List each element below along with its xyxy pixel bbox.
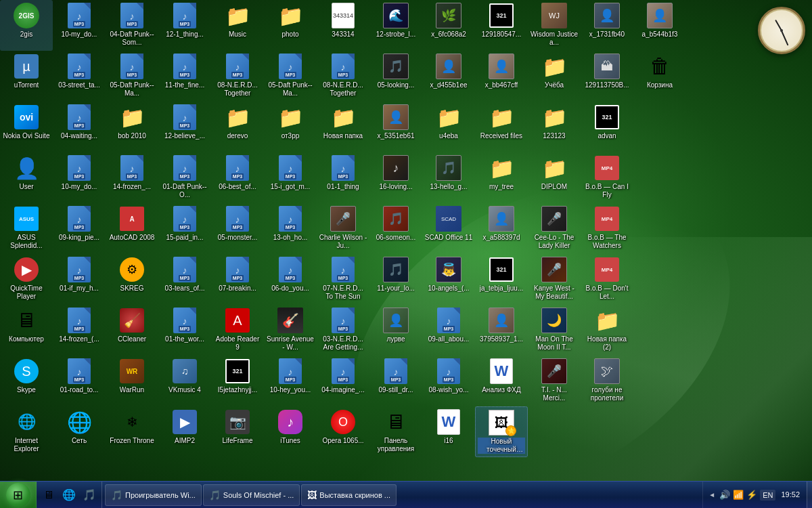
icon-mp3-imagine[interactable]: MP3♪ 04-imagine_... <box>317 356 369 406</box>
icon-mp3-wish-yo[interactable]: MP3♪ 08-wish_yo... <box>422 356 475 406</box>
icon-mp3-king[interactable]: MP3♪ 09-king_pie... <box>53 203 106 254</box>
icon-photo-tl[interactable]: 🎤 T.I. - N... Merci... <box>528 356 581 406</box>
icon-photo-x5351[interactable]: 👤 x_5351eb61 <box>369 102 422 152</box>
icon-photo-loving[interactable]: ♪ 16-loving... <box>369 152 422 203</box>
icon-mp3-nerd-are[interactable]: MP3♪ 03-N.E.R.D... Are Getting... <box>317 305 369 356</box>
icon-mp3-1-thing[interactable]: MP3♪ 01-1_thing <box>317 152 369 203</box>
icon-mp3-if[interactable]: MP3♪ 01-if_my_h... <box>53 254 106 305</box>
icon-photo-angels[interactable]: 👼 10-angels_(... <box>422 254 475 305</box>
icon-mp3-all-about[interactable]: MP3♪ 09-all_abou... <box>422 305 475 356</box>
icon-img-scad[interactable]: SCAD SCAD Office 11 <box>422 203 475 254</box>
icon-ovi[interactable]: ovi Nokia Ovi Suite <box>0 102 53 152</box>
icon-folder-sunrise[interactable]: 🎸 Sunrise Avenue - W... <box>264 305 317 356</box>
icon-mp3-street[interactable]: MP3♪ 03-street_ta... <box>53 51 106 102</box>
icon-skype[interactable]: S Skype <box>0 356 53 406</box>
icon-mp3-daft-ma2[interactable]: MP3♪ 05-Daft Punk--Ma... <box>264 51 317 102</box>
icon-video-bob-watch[interactable]: MP4 B.o.B — The Watchers <box>581 203 633 254</box>
icon-mp3-paid[interactable]: MP3♪ 15-paid_in... <box>158 203 211 254</box>
icon-photo-d455[interactable]: 👤 x_d455b1ee <box>422 51 475 102</box>
start-button[interactable]: ⊞ <box>0 482 37 509</box>
icon-folder-nova2[interactable]: 📁 Новая папка (2) <box>581 305 633 356</box>
icon-frozen-throne[interactable]: ❄ Frozen Throne <box>106 406 158 457</box>
icon-photo-someone[interactable]: 🎵 06-someon... <box>369 203 422 254</box>
icon-photo-lyrve[interactable]: 👤 лурве <box>369 305 422 356</box>
tray-volume-icon[interactable]: 📶 <box>733 490 744 500</box>
icon-mp3-do-you[interactable]: MP3♪ 06-do_you... <box>264 254 317 305</box>
icon-mp3-oh-ho[interactable]: MP3♪ 13-oh_ho... <box>264 203 317 254</box>
icon-autocad[interactable]: A AutoCAD 2008 <box>106 203 158 254</box>
icon-utorrent[interactable]: µ uTorrent <box>0 51 53 102</box>
icon-photo-ceelo[interactable]: 🎤 Cee-Lo - The Lady Killer <box>528 203 581 254</box>
icon-photo-bb467[interactable]: 👤 x_bb467cff <box>475 51 528 102</box>
icon-mp3-nerd-sun[interactable]: MP3♪ 07-N.E.R.D... To The Sun <box>317 254 369 305</box>
tray-clock[interactable]: 19:52 <box>778 490 803 499</box>
icon-folder-bob2010[interactable]: 📁 bob 2010 <box>106 102 158 152</box>
icon-mp3-believe[interactable]: MP3♪ 12-believe_... <box>158 102 211 152</box>
icon-mp3-daft-som[interactable]: MP3♪ 04-Daft Punk--Som... <box>106 0 158 51</box>
icon-mp3-my-do[interactable]: MP3♪ 10-my_do... <box>53 0 106 51</box>
icon-mp3-the-wor[interactable]: MP3♪ 01-the_wor... <box>158 305 211 356</box>
icon-photo-moon[interactable]: 🌙 Man On The Moon II T... <box>528 305 581 356</box>
icon-video-bob-dont[interactable]: MP4 B.o.B — Don't Let... <box>581 254 633 305</box>
icon-video-bob-can[interactable]: MP4 B.o.B — Can I Fly <box>581 152 633 203</box>
icon-photo-ab544[interactable]: 👤 a_b544b1f3 <box>633 0 686 51</box>
icon-photo-kanye[interactable]: 🎤 Kanye West - My Beautif... <box>528 254 581 305</box>
icon-mp3-my-do2[interactable]: MP3♪ 10-my_do... <box>53 152 106 203</box>
icon-user[interactable]: 👤 User <box>0 152 53 203</box>
icon-folder-ot3rp[interactable]: 📁 от3рр <box>264 102 317 152</box>
icon-folder-ucheba[interactable]: 📁 Учёба <box>528 51 581 102</box>
icon-folder-my-tree[interactable]: 📁 my_tree <box>475 152 528 203</box>
icon-folder-wisdom[interactable]: WJ Wisdom Justice a... <box>528 0 581 51</box>
icon-folder-diplom[interactable]: 📁 DIPLOM <box>528 152 581 203</box>
icon-photo-your-lo[interactable]: 🎵 11-your_lo... <box>369 254 422 305</box>
icon-mp3-breaking[interactable]: MP3♪ 07-breakin... <box>211 254 264 305</box>
icon-mp3-road[interactable]: MP3♪ 01-road_to... <box>53 356 106 406</box>
tray-language-indicator[interactable]: EN <box>760 490 775 501</box>
icon-photo-a588[interactable]: 👤 x_a588397d <box>475 203 528 254</box>
icon-mp3-frozen2[interactable]: MP3♪ 14-frozen_... <box>106 152 158 203</box>
icon-lifeframe[interactable]: 📷 LifeFrame <box>211 406 264 457</box>
show-desktop-button[interactable]: 🖥 <box>39 486 58 505</box>
icon-folder-received[interactable]: 📁 Received files <box>475 102 528 152</box>
icon-mp3-daft-ma[interactable]: MP3♪ 05-Daft Punk--Ma... <box>106 51 158 102</box>
icon-file-343314[interactable]: 343314 343314 <box>317 0 369 51</box>
tray-expand-arrow[interactable]: ◄ <box>707 490 717 500</box>
icon-folder-music[interactable]: 📁 Music <box>211 0 264 51</box>
icon-vkmusic[interactable]: ♫ VKmusic 4 <box>158 356 211 406</box>
icon-ie[interactable]: 🌐 Internet Explorer <box>0 406 53 457</box>
browser-quick-launch[interactable]: 🌐 <box>60 486 78 505</box>
icon-new-drawing[interactable]: 🖼 ⭐ Новый точечный рисунок <box>475 406 528 457</box>
taskbar-item-souls[interactable]: 🎵 Souls Of Mischief - ... <box>203 484 300 506</box>
icon-mp3-nerd-tog2[interactable]: MP3♪ 08-N.E.R.D... Together <box>317 51 369 102</box>
icon-mp3-tears[interactable]: MP3♪ 03-tears_of... <box>158 254 211 305</box>
icon-adobe[interactable]: A Adobe Reader 9 <box>211 305 264 356</box>
icon-clap-ja-tebja[interactable]: 321 ja_tebja_ljuu... <box>475 254 528 305</box>
icon-photo-strobe[interactable]: 🌊 12-strobe_l... <box>369 0 422 51</box>
icon-clap-advan[interactable]: 321 advan <box>581 102 633 152</box>
icon-golubi[interactable]: 🕊 голуби не пролетели <box>581 356 633 406</box>
icon-mp3-hey-you[interactable]: MP3♪ 10-hey_you... <box>264 356 317 406</box>
icon-photo-hello[interactable]: 🎵 13-hello_g... <box>422 152 475 203</box>
icon-photo-1731[interactable]: 👤 x_1731fb40 <box>581 0 633 51</box>
icon-photo-charlie[interactable]: 🎤 Charlie Wilson - Ju... <box>317 203 369 254</box>
icon-itunes[interactable]: ♪ iTunes <box>264 406 317 457</box>
icon-mp3-frozen[interactable]: MP3♪ 14-frozen_(... <box>53 305 106 356</box>
icon-folder-123[interactable]: 📁 123123 <box>528 102 581 152</box>
icon-panel[interactable]: 🖥 Панель управления <box>369 406 422 457</box>
icon-aimp[interactable]: ▶ AIMP2 <box>158 406 211 457</box>
tray-network-icon[interactable]: 🔊 <box>719 490 730 500</box>
icon-mp3-best[interactable]: MP3♪ 06-best_of... <box>211 152 264 203</box>
icon-mp3-waiting[interactable]: MP3♪ 04-waiting... <box>53 102 106 152</box>
icon-trash[interactable]: 🗑 Корзина <box>633 51 686 102</box>
icon-opera[interactable]: O Opera 1065... <box>317 406 369 457</box>
icon-mp3-thing[interactable]: MP3♪ 12-1_thing... <box>158 0 211 51</box>
icon-photo-37958[interactable]: 👤 37958937_1... <box>475 305 528 356</box>
show-desktop-button-right[interactable] <box>807 482 812 508</box>
icon-net[interactable]: 🌐 Сеть <box>53 406 106 457</box>
icon-photo-clapperboard[interactable]: 321 129180547... <box>475 0 528 51</box>
icon-mp3-i-got[interactable]: MP3♪ 15-i_got_m... <box>264 152 317 203</box>
icon-asus[interactable]: ASUS ASUS Splendid... <box>0 203 53 254</box>
icon-photo-looking[interactable]: 🎵 05-looking... <box>369 51 422 102</box>
icon-2gis[interactable]: 2GIS 2gis <box>0 0 53 51</box>
icon-ccleaner[interactable]: 🧹 CCleaner <box>106 305 158 356</box>
